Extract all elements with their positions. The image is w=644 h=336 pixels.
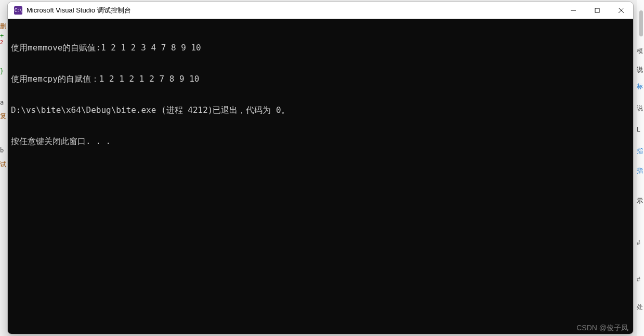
app-icon: C:\ [14,6,22,15]
bg-right-char: 说 [637,104,643,113]
bg-right-char: L [637,126,640,133]
window-controls [561,2,633,19]
bg-char: + [0,32,4,40]
bg-right-char: 处 [637,303,643,312]
console-line: D:\vs\bite\x64\Debug\bite.exe (进程 4212)已… [11,105,630,115]
maximize-button[interactable] [585,2,609,19]
background-scrollbar-thumb[interactable] [639,10,643,36]
bg-right-char: 指 [637,166,643,175]
window-title: Microsoft Visual Studio 调试控制台 [27,6,561,15]
console-window: C:\ Microsoft Visual Studio 调试控制台 使用memm [7,2,634,334]
close-button[interactable] [609,2,633,19]
minimize-icon [571,6,576,15]
bg-char: 试 [0,160,6,169]
background-code-strip: 删 + 2 } a 复 b 试 [0,0,7,336]
console-line: 使用memmove的自赋值:1 2 1 2 3 4 7 8 9 10 [11,43,630,53]
bg-char: 删 [0,22,6,31]
bg-right-char: 模 [637,47,643,56]
console-line: 使用memcpy的自赋值：1 2 1 2 1 2 7 8 9 10 [11,74,630,84]
console-line: 按任意键关闭此窗口. . . [11,136,630,147]
bg-right-char: 示 [637,197,643,205]
bg-right-char: 标 [637,82,643,91]
bg-char: a [0,99,4,106]
bg-char: } [0,68,4,75]
console-area[interactable]: 使用memmove的自赋值:1 2 1 2 3 4 7 8 9 10 使用mem… [8,19,633,334]
bg-right-char: 说 [637,66,643,74]
bg-right-char: # [637,276,640,283]
bg-char: 2 [0,40,3,45]
background-right-strip: 模 说 标 说 L 指 指 示 # # 处 [637,0,644,336]
bg-char: 复 [0,112,6,121]
console-output: 使用memmove的自赋值:1 2 1 2 3 4 7 8 9 10 使用mem… [8,19,633,171]
close-icon [619,6,624,15]
bg-char: b [0,147,4,154]
svg-rect-1 [595,8,599,12]
titlebar[interactable]: C:\ Microsoft Visual Studio 调试控制台 [8,2,633,19]
watermark: CSDN @俊子凤 [576,324,628,333]
bg-right-char: # [637,239,640,247]
minimize-button[interactable] [561,2,585,19]
bg-right-char: 指 [637,147,643,156]
maximize-icon [595,6,600,15]
